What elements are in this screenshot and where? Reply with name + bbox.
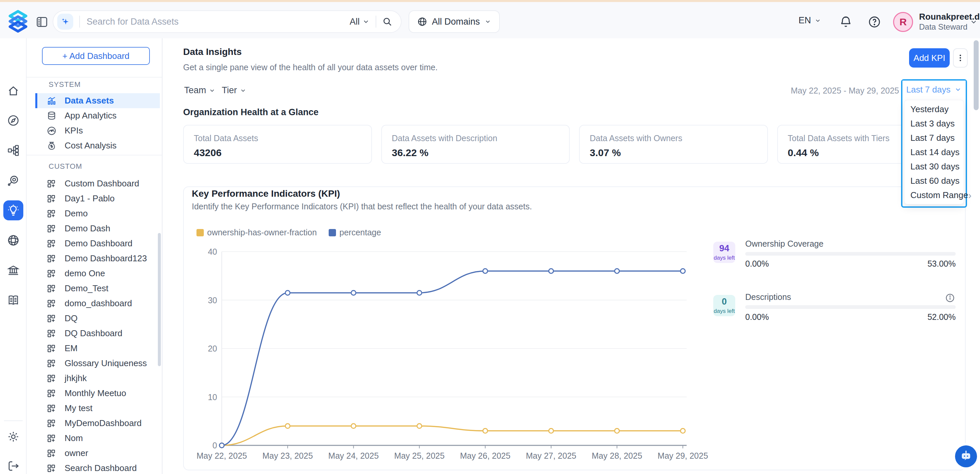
sidebar-item-custom-dashboard[interactable]: DQ [35, 311, 160, 326]
dashboard-grid-plus-icon [47, 223, 57, 234]
sidebar-item-app-analytics[interactable]: App Analytics [35, 108, 160, 123]
date-range-option[interactable]: Last 3 days › [904, 116, 964, 131]
sidebar-item-custom-dashboard[interactable]: Monthly Meetuo [35, 386, 160, 401]
sidebar-item-custom-dashboard[interactable]: Demo_Test [35, 281, 160, 296]
system-section-label: SYSTEM [49, 80, 81, 89]
sidebar-toggle-icon[interactable] [35, 15, 49, 29]
language-selector[interactable]: EN [799, 15, 821, 25]
notifications-bell-icon[interactable] [839, 15, 853, 29]
lineage-icon[interactable] [3, 140, 23, 161]
date-range-option[interactable]: Custom Range › [904, 188, 964, 202]
sidebar-item-custom-dashboard[interactable]: Demo [35, 206, 160, 221]
stat-card-label: Data Assets with Owners [590, 134, 757, 143]
home-icon[interactable] [3, 81, 23, 101]
sidebar-item-custom-dashboard[interactable]: My test [35, 401, 160, 416]
page-scrollbar[interactable] [974, 40, 978, 110]
stat-card: Total Data Assets 43206 [183, 125, 372, 164]
chat-bot-button[interactable] [955, 445, 977, 467]
legend-item-ownership[interactable]: ownership-has-owner-fraction [196, 227, 317, 237]
search-scope-dropdown[interactable]: All [350, 17, 370, 27]
sidebar-item-label: owner [65, 448, 88, 458]
sidebar-item-data-assets[interactable]: Data Assets [35, 93, 160, 108]
sidebar-item-custom-dashboard[interactable]: owner [35, 446, 160, 461]
domains-globe-icon[interactable] [3, 231, 23, 250]
sidebar-item-custom-dashboard[interactable]: Search Dashboard [35, 461, 160, 474]
explore-compass-icon[interactable] [3, 110, 23, 130]
help-icon[interactable] [868, 15, 881, 29]
add-dashboard-button[interactable]: + Add Dashboard [42, 47, 150, 65]
logout-icon[interactable] [3, 456, 23, 474]
submenu-arrow-icon: › [968, 190, 971, 200]
goal-title: Ownership Coverage [745, 239, 824, 249]
search-input[interactable] [86, 16, 350, 27]
sidebar-item-custom-dashboard[interactable]: EM [35, 341, 160, 356]
add-kpi-button[interactable]: Add KPI [909, 48, 950, 68]
sidebar-item-custom-dashboard[interactable]: Glossary Uniqueness [35, 356, 160, 371]
sidebar-item-label: DQ Dashboard [65, 328, 122, 339]
legend-swatch-icon [196, 229, 204, 236]
dashboard-grid-plus-icon [47, 433, 57, 444]
sidebar-item-label: Glossary Uniqueness [65, 358, 147, 369]
user-menu[interactable]: Rounakpreet.d Data Steward [919, 11, 969, 32]
sidebar-item-kpis[interactable]: KPIs [35, 123, 160, 138]
more-options-kebab-icon[interactable] [953, 48, 968, 68]
date-range-option[interactable]: Last 60 days › [904, 174, 964, 188]
user-avatar[interactable]: R [893, 12, 913, 32]
app-logo-icon[interactable] [7, 10, 29, 33]
sidebar-item-custom-dashboard[interactable]: Custom Dashboard [35, 176, 160, 191]
domains-selector[interactable]: All Domains [409, 10, 500, 33]
divider [4, 420, 23, 421]
chevron-down-icon [955, 86, 962, 93]
divider [27, 77, 162, 78]
days-left-label: days left [714, 308, 735, 314]
sidebar-item-custom-dashboard[interactable]: MyDemoDashboard [35, 416, 160, 431]
sidebar-item-custom-dashboard[interactable]: Demo Dashboard123 [35, 251, 160, 266]
sidebar-item-label: My test [65, 403, 92, 414]
option-label: Custom Range [910, 190, 968, 200]
ai-sparkle-icon[interactable] [57, 14, 73, 30]
sidebar-item-custom-dashboard[interactable]: Nom [35, 431, 160, 446]
tier-filter[interactable]: Tier [222, 85, 247, 95]
option-label: Last 30 days [910, 161, 959, 172]
date-range-option[interactable]: Last 14 days › [904, 145, 964, 159]
sidebar-item-custom-dashboard[interactable]: Day1 - Pablo [35, 191, 160, 206]
legend-item-percentage[interactable]: percentage [329, 227, 381, 237]
info-icon[interactable] [945, 293, 955, 303]
team-filter[interactable]: Team [184, 85, 215, 95]
days-left-badge: 0 days left [713, 295, 735, 316]
goal-current-pct: 0.00% [745, 312, 769, 322]
sidebar-item-custom-dashboard[interactable]: Demo Dashboard [35, 236, 160, 251]
date-range-option[interactable]: Last 30 days › [904, 159, 964, 174]
sidebar-item-custom-dashboard[interactable]: jhkjhk [35, 371, 160, 386]
sidebar-item-label: domo_dashboard [65, 298, 132, 309]
date-range-menu: Yesterday › Last 3 days › Last 7 days › … [904, 100, 964, 204]
sidebar-item-custom-dashboard[interactable]: domo_dashboard [35, 296, 160, 311]
option-label: Last 7 days [910, 133, 955, 143]
sidebar-item-label: Nom [65, 433, 83, 444]
svg-text:30: 30 [208, 296, 217, 305]
page-subtitle: Get a single pane view of the health of … [183, 62, 438, 72]
sidebar-item-cost-analysis[interactable]: Cost Analysis [35, 138, 160, 153]
sidebar-item-custom-dashboard[interactable]: DQ Dashboard [35, 326, 160, 341]
insights-bulb-icon[interactable] [3, 200, 23, 220]
glossary-book-icon[interactable] [3, 290, 23, 310]
settings-gear-icon[interactable] [3, 427, 23, 447]
search-icon[interactable] [382, 17, 392, 27]
global-search-bar[interactable]: All [52, 10, 402, 33]
dashboard-grid-plus-icon [47, 463, 57, 474]
governance-bank-icon[interactable] [3, 260, 23, 280]
chevron-down-icon[interactable] [970, 18, 978, 26]
stat-card: Data Assets with Description 36.22 % [381, 125, 570, 164]
glance-section-title: Organization Health at a Glance [183, 107, 319, 118]
date-range-trigger-button[interactable]: Last 7 days [902, 81, 966, 99]
observability-icon[interactable] [3, 170, 23, 190]
option-label: Yesterday [910, 104, 949, 115]
dashboard-grid-plus-icon [47, 403, 57, 414]
date-range-option[interactable]: Last 7 days › [904, 131, 964, 145]
sidebar-item-custom-dashboard[interactable]: Demo Dash [35, 221, 160, 236]
sidebar-item-custom-dashboard[interactable]: demo One [35, 266, 160, 281]
goal-percentages: 0.00% 53.00% [745, 259, 956, 269]
sidebar-scrollbar[interactable] [158, 233, 161, 366]
top-bar: All All Domains EN R Rounakpreet.d Data … [0, 2, 980, 38]
date-range-option[interactable]: Yesterday › [904, 102, 964, 116]
